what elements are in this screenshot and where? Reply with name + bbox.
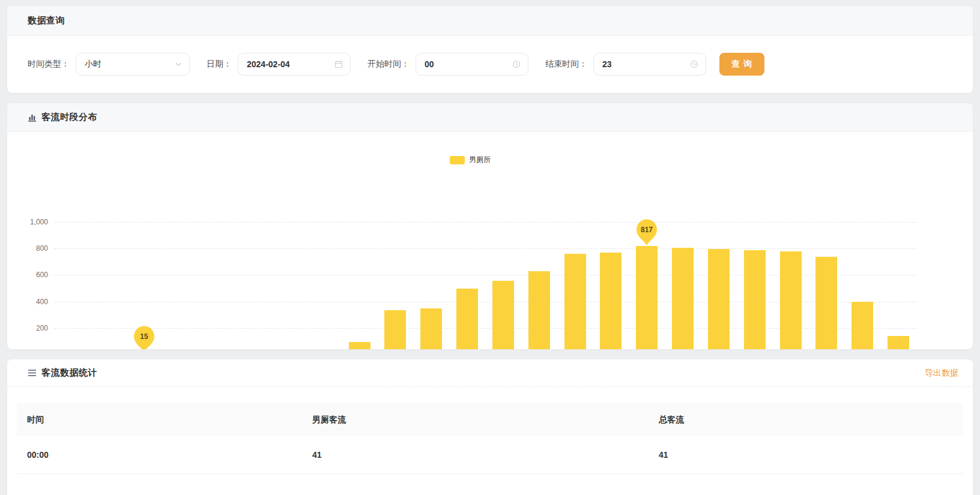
marker-pin-max: 817 <box>635 219 659 249</box>
table-header-row: 时间男厕客流总客流 <box>17 403 963 436</box>
bar-19:00[interactable] <box>744 250 766 349</box>
time-type-value: 小时 <box>85 59 101 70</box>
chart-body: 男厕所 02004006008001,00000:0001:0002:0003:… <box>7 132 973 348</box>
y-axis-tick-label: 800 <box>12 244 48 253</box>
end-time-input-wrap[interactable] <box>593 53 706 76</box>
end-time-label: 结束时间： <box>545 59 587 70</box>
bar-16:00[interactable] <box>636 246 658 349</box>
start-time-input[interactable] <box>425 59 507 69</box>
time-type-label: 时间类型： <box>28 59 70 70</box>
start-time-field: 开始时间： <box>368 53 528 76</box>
time-type-select[interactable]: 小时 <box>76 53 190 76</box>
bar-12:00[interactable] <box>492 281 514 349</box>
svg-text:15: 15 <box>140 332 148 341</box>
bar-11:00[interactable] <box>456 289 478 349</box>
query-filter-row: 时间类型： 小时 日期： 开始时间： <box>7 36 973 92</box>
table-body: 00:004141 <box>17 436 963 474</box>
column-header-1: 男厕客流 <box>302 403 649 436</box>
end-time-input[interactable] <box>602 59 685 69</box>
bar-08:00[interactable] <box>349 342 371 349</box>
bar-22:00[interactable] <box>851 302 873 349</box>
bar-14:00[interactable] <box>564 254 586 349</box>
date-label: 日期： <box>207 59 232 70</box>
bar-10:00[interactable] <box>420 308 442 349</box>
date-input-wrap[interactable] <box>238 53 351 76</box>
y-axis-tick-label: 1,000 <box>12 218 48 226</box>
chevron-down-icon <box>175 61 182 68</box>
query-panel-title: 数据查询 <box>28 15 65 26</box>
chart-panel-header: 客流时段分布 <box>7 103 973 132</box>
start-time-input-wrap[interactable] <box>416 53 528 76</box>
date-input[interactable] <box>247 59 330 69</box>
export-data-link[interactable]: 导出数据 <box>925 368 958 379</box>
end-time-field: 结束时间： <box>545 53 706 76</box>
bar-09:00[interactable] <box>384 310 406 349</box>
plot-area: 02004006008001,00000:0001:0002:0003:0004… <box>7 132 973 348</box>
bar-17:00[interactable] <box>672 248 694 349</box>
marker-pin-min: 15 <box>132 326 156 349</box>
date-field: 日期： <box>207 53 351 76</box>
bar-20:00[interactable] <box>780 251 802 349</box>
table-panel: 客流数据统计 导出数据 时间男厕客流总客流 00:004141 <box>7 359 973 495</box>
chart-panel: 客流时段分布 男厕所 02004006008001,00000:0001:000… <box>7 103 973 349</box>
start-time-label: 开始时间： <box>368 59 410 70</box>
gridline <box>54 222 916 223</box>
bar-21:00[interactable] <box>815 257 837 349</box>
table-panel-header: 客流数据统计 导出数据 <box>7 359 973 387</box>
table-cell: 41 <box>649 436 963 473</box>
gridline <box>54 248 916 249</box>
y-axis-tick-label: 400 <box>12 298 48 306</box>
clock-icon <box>690 60 698 68</box>
query-panel-header: 数据查询 <box>7 6 973 36</box>
y-axis-tick-label: 600 <box>12 271 48 279</box>
clock-icon <box>512 60 521 68</box>
query-button[interactable]: 查 询 <box>719 53 764 76</box>
bar-15:00[interactable] <box>600 253 622 349</box>
column-header-0: 时间 <box>17 403 302 436</box>
calendar-icon <box>334 60 343 68</box>
y-axis-tick-label: 200 <box>12 324 48 332</box>
column-header-2: 总客流 <box>649 403 963 436</box>
table-cell: 00:00 <box>17 436 302 473</box>
table-panel-title: 客流数据统计 <box>41 367 97 379</box>
bar-13:00[interactable] <box>528 271 550 349</box>
bar-18:00[interactable] <box>708 249 730 349</box>
data-table: 时间男厕客流总客流 00:004141 <box>7 387 973 474</box>
table-cell: 41 <box>302 436 649 473</box>
table-row[interactable]: 00:004141 <box>17 436 963 474</box>
svg-text:817: 817 <box>641 226 653 234</box>
chart-panel-title: 客流时段分布 <box>41 112 97 123</box>
list-icon <box>28 369 37 377</box>
bar-23:00[interactable] <box>888 336 909 349</box>
query-panel: 数据查询 时间类型： 小时 日期： 开始时间： <box>7 6 973 93</box>
bar-chart-icon <box>28 113 37 122</box>
time-type-field: 时间类型： 小时 <box>28 53 190 76</box>
